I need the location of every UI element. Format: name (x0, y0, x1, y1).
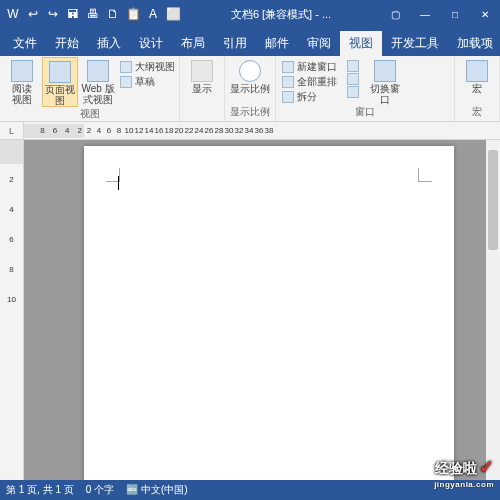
horizontal-ruler[interactable]: 8642 2468101214161820222426283032343638 (24, 122, 500, 140)
read-mode-button[interactable]: 阅读 视图 (4, 57, 40, 105)
paste-icon[interactable]: 📋 (124, 5, 142, 23)
tab-mailings[interactable]: 邮件 (256, 31, 298, 56)
word-count[interactable]: 0 个字 (86, 483, 114, 497)
page-count[interactable]: 第 1 页, 共 1 页 (6, 483, 74, 497)
font-icon[interactable]: A (144, 5, 162, 23)
language-indicator[interactable]: 🔤 中文(中国) (126, 483, 187, 497)
view-side-button[interactable] (347, 60, 359, 72)
outline-view-button[interactable]: 大纲视图 (120, 60, 175, 74)
vertical-scrollbar[interactable] (486, 140, 500, 480)
app-icon: W (4, 5, 22, 23)
document-title: 文档6 [兼容模式] - ... (182, 7, 380, 22)
document-canvas[interactable] (24, 140, 500, 480)
group-label-zoom: 显示比例 (229, 105, 271, 120)
switch-windows-icon (374, 60, 396, 82)
tab-home[interactable]: 开始 (46, 31, 88, 56)
macros-icon (466, 60, 488, 82)
window-controls: ▢ — □ ✕ (380, 0, 500, 28)
zoom-icon (239, 60, 261, 82)
undo-icon[interactable]: ↩ (24, 5, 42, 23)
tab-design[interactable]: 设计 (130, 31, 172, 56)
vertical-ruler[interactable]: 246810 (0, 140, 24, 480)
switch-windows-button[interactable]: 切换窗口 (367, 57, 403, 105)
group-label-macros: 宏 (459, 105, 495, 120)
save-icon[interactable]: 🖬 (64, 5, 82, 23)
status-bar: 第 1 页, 共 1 页 0 个字 🔤 中文(中国) (0, 480, 500, 500)
arrange-all-button[interactable]: 全部重排 (282, 75, 337, 89)
sync-icon (347, 73, 359, 85)
web-layout-icon (87, 60, 109, 82)
redo-icon[interactable]: ↪ (44, 5, 62, 23)
tab-developer[interactable]: 开发工具 (382, 31, 448, 56)
group-label-views: 视图 (4, 107, 175, 122)
zoom-button[interactable]: 显示比例 (229, 57, 271, 94)
text-cursor (118, 176, 119, 190)
outline-icon (120, 61, 132, 73)
web-layout-button[interactable]: Web 版式视图 (80, 57, 116, 105)
scrollbar-thumb[interactable] (488, 150, 498, 250)
tab-view[interactable]: 视图 (340, 31, 382, 56)
ribbon: 阅读 视图 页面视图 Web 版式视图 大纲视图 草稿 视图 显示 (0, 56, 500, 122)
split-icon (282, 91, 294, 103)
highlight-icon[interactable]: ⬜ (164, 5, 182, 23)
page[interactable] (84, 146, 454, 480)
new-doc-icon[interactable]: 🗋 (104, 5, 122, 23)
new-window-button[interactable]: 新建窗口 (282, 60, 337, 74)
side-icon (347, 60, 359, 72)
check-icon: ✓ (479, 456, 494, 478)
close-button[interactable]: ✕ (470, 0, 500, 28)
ribbon-tabs: 文件 开始 插入 设计 布局 引用 邮件 审阅 视图 开发工具 加载项 福昕阅读… (0, 28, 500, 56)
new-window-icon (282, 61, 294, 73)
print-layout-icon (49, 61, 71, 83)
show-button[interactable]: 显示 (184, 57, 220, 94)
crop-mark (418, 168, 432, 182)
arrange-all-icon (282, 76, 294, 88)
tab-insert[interactable]: 插入 (88, 31, 130, 56)
macros-button[interactable]: 宏 (459, 57, 495, 94)
ruler-corner: L (0, 122, 24, 140)
maximize-button[interactable]: □ (440, 0, 470, 28)
group-label-show (184, 119, 220, 120)
show-icon (191, 60, 213, 82)
tab-addins[interactable]: 加载项 (448, 31, 500, 56)
minimize-button[interactable]: — (410, 0, 440, 28)
tab-layout[interactable]: 布局 (172, 31, 214, 56)
tab-file[interactable]: 文件 (4, 31, 46, 56)
read-mode-icon (11, 60, 33, 82)
tab-review[interactable]: 审阅 (298, 31, 340, 56)
reset-icon (347, 86, 359, 98)
reset-pos-button[interactable] (347, 86, 359, 98)
draft-view-button[interactable]: 草稿 (120, 75, 175, 89)
split-button[interactable]: 拆分 (282, 90, 337, 104)
draft-icon (120, 76, 132, 88)
sync-scroll-button[interactable] (347, 73, 359, 85)
watermark: 经验啦✓ jingyanla.com (435, 456, 494, 478)
print-icon[interactable]: 🖶 (84, 5, 102, 23)
ribbon-display-icon[interactable]: ▢ (380, 0, 410, 28)
print-layout-button[interactable]: 页面视图 (42, 57, 78, 107)
group-label-window: 窗口 (280, 105, 450, 120)
quick-access-toolbar: W ↩ ↪ 🖬 🖶 🗋 📋 A ⬜ (0, 5, 182, 23)
tab-references[interactable]: 引用 (214, 31, 256, 56)
